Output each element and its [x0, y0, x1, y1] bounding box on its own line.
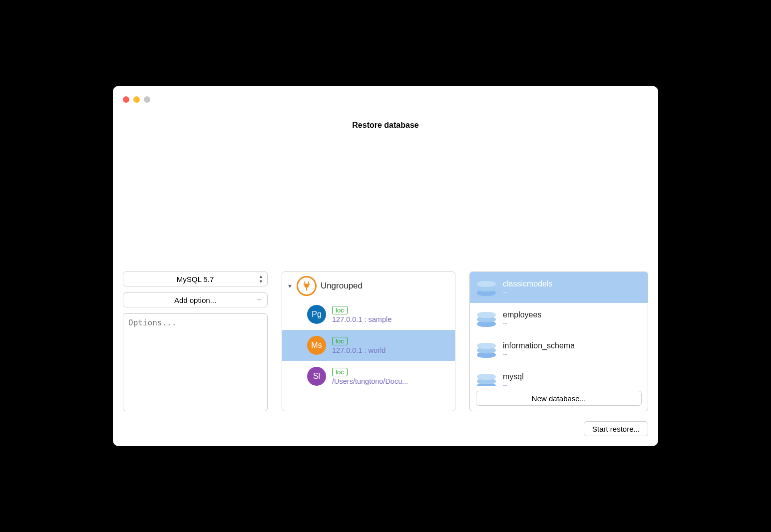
- start-restore-label: Start restore...: [592, 425, 640, 433]
- database-meta: --: [503, 288, 553, 296]
- window-controls: [123, 96, 150, 103]
- connection-avatar: Ms: [307, 336, 326, 355]
- database-icon: [477, 341, 496, 358]
- database-body: mysql--: [503, 372, 524, 386]
- connection-path: 127.0.0.1 : world: [332, 346, 386, 354]
- database-list: classicmodels--employees--information_sc…: [470, 272, 648, 386]
- location-badge: loc: [332, 368, 348, 376]
- database-icon: [477, 279, 496, 296]
- connection-item[interactable]: Msloc127.0.0.1 : world: [282, 330, 455, 361]
- database-meta: --: [503, 319, 541, 327]
- page-title: Restore database: [123, 121, 648, 261]
- connection-body: loc127.0.0.1 : sample: [332, 306, 391, 323]
- database-item[interactable]: classicmodels--: [470, 272, 648, 303]
- database-name: information_schema: [503, 341, 575, 350]
- group-header[interactable]: ▼ Ungrouped: [282, 272, 455, 299]
- mysql-version-select[interactable]: MySQL 5.7 ▲▼: [123, 271, 268, 286]
- database-body: information_schema--: [503, 341, 575, 358]
- new-database-button[interactable]: New database...: [476, 391, 642, 406]
- group-label: Ungrouped: [321, 281, 363, 291]
- connection-path: /Users/tungtono/Docu...: [332, 377, 408, 385]
- database-name: mysql: [503, 372, 524, 381]
- databases-panel: classicmodels--employees--information_sc…: [469, 271, 648, 411]
- close-icon[interactable]: [123, 96, 129, 103]
- database-body: employees--: [503, 310, 541, 327]
- database-icon: [477, 310, 496, 327]
- left-column: MySQL 5.7 ▲▼ Add option... ﹀: [123, 271, 268, 411]
- databases-footer: New database...: [470, 386, 648, 411]
- restore-database-window: Restore database MySQL 5.7 ▲▼ Add option…: [113, 86, 658, 446]
- start-restore-button[interactable]: Start restore...: [584, 421, 648, 436]
- connections-panel: ▼ Ungrouped Pgloc127.0.0.1 : sampleMsloc…: [282, 271, 455, 411]
- database-name: classicmodels: [503, 279, 553, 288]
- plug-icon: [297, 276, 317, 296]
- titlebar: [123, 94, 648, 105]
- options-textarea[interactable]: [123, 313, 268, 411]
- database-meta: --: [503, 381, 524, 386]
- database-name: employees: [503, 310, 541, 319]
- content: MySQL 5.7 ▲▼ Add option... ﹀ ▼ Ungrouped…: [123, 271, 648, 411]
- minimize-icon[interactable]: [133, 96, 140, 103]
- connection-list: Pgloc127.0.0.1 : sampleMsloc127.0.0.1 : …: [282, 299, 455, 392]
- connection-body: loc127.0.0.1 : world: [332, 337, 386, 354]
- new-database-label: New database...: [532, 394, 586, 403]
- connection-avatar: Sl: [307, 367, 326, 386]
- connection-body: loc/Users/tungtono/Docu...: [332, 368, 408, 385]
- connection-item[interactable]: Slloc/Users/tungtono/Docu...: [282, 361, 455, 392]
- connection-avatar: Pg: [307, 305, 326, 324]
- add-option-label: Add option...: [174, 296, 216, 304]
- connection-path: 127.0.0.1 : sample: [332, 315, 391, 323]
- database-meta: --: [503, 350, 575, 358]
- mysql-version-value: MySQL 5.7: [177, 275, 214, 283]
- database-item[interactable]: employees--: [470, 303, 648, 334]
- location-badge: loc: [332, 337, 348, 345]
- chevron-down-icon: ﹀: [257, 297, 262, 303]
- connection-item[interactable]: Pgloc127.0.0.1 : sample: [282, 299, 455, 330]
- disclosure-triangle-icon[interactable]: ▼: [287, 283, 293, 289]
- footer: Start restore...: [123, 421, 648, 436]
- stepper-icon: ▲▼: [259, 274, 263, 284]
- zoom-icon: [144, 96, 150, 103]
- database-item[interactable]: information_schema--: [470, 334, 648, 365]
- database-body: classicmodels--: [503, 279, 553, 296]
- location-badge: loc: [332, 306, 348, 314]
- add-option-select[interactable]: Add option... ﹀: [123, 292, 268, 307]
- database-icon: [477, 372, 496, 386]
- database-item[interactable]: mysql--: [470, 365, 648, 386]
